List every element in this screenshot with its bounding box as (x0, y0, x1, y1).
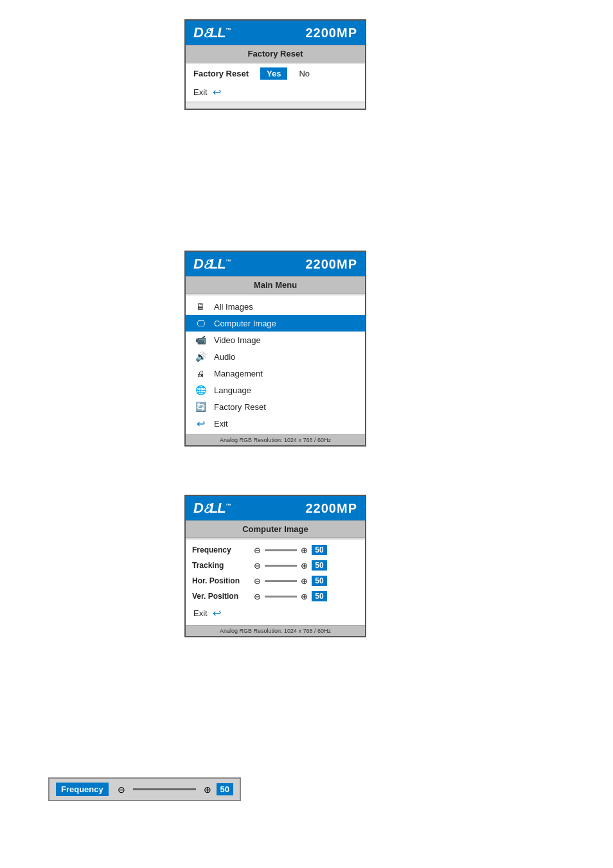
osd2-header: DℰLL™ 2200MP (186, 252, 365, 276)
tracking-row: Tracking ⊖ ⊕ 50 (186, 558, 365, 573)
language-icon: 🌐 (193, 384, 208, 396)
frequency-minus-icon[interactable]: ⊖ (254, 545, 261, 555)
osd1-title: Factory Reset (186, 45, 365, 62)
video-image-label: Video Image (214, 335, 261, 345)
freq-standalone-value: 50 (217, 783, 233, 795)
language-label: Language (214, 385, 251, 395)
osd1-model: 2200MP (306, 26, 358, 40)
tracking-label: Tracking (192, 561, 250, 570)
frequency-row: Frequency ⊖ ⊕ 50 (186, 542, 365, 558)
osd3-menu: Frequency ⊖ ⊕ 50 Tracking ⊖ ⊕ 50 Hor. Po… (186, 540, 365, 625)
frequency-label: Frequency (192, 545, 250, 554)
ver-plus-icon[interactable]: ⊕ (301, 592, 308, 601)
menu-item-all-images[interactable]: 🖥 All Images (186, 298, 365, 315)
menu-item-video-image[interactable]: 📹 Video Image (186, 332, 365, 348)
osd-computer-image: DℰLL™ 2200MP Computer Image Frequency ⊖ … (184, 495, 366, 637)
osd3-title: Computer Image (186, 520, 365, 538)
osd3-footer: Analog RGB Resolution: 1024 x 768 / 60Hz (186, 625, 365, 636)
osd2-title: Main Menu (186, 276, 365, 294)
all-images-label: All Images (214, 302, 253, 312)
all-images-icon: 🖥 (193, 301, 208, 312)
osd1-bottom-bar (186, 103, 365, 109)
hor-position-label: Hor. Position (192, 576, 250, 585)
freq-standalone-plus-icon[interactable]: ⊕ (204, 784, 211, 795)
hor-plus-icon[interactable]: ⊕ (301, 576, 308, 586)
management-label: Management (214, 369, 263, 378)
factory-reset-yes[interactable]: Yes (260, 67, 287, 80)
exit-label[interactable]: Exit (193, 87, 208, 97)
frequency-bar-standalone: Frequency ⊖ ⊕ 50 (48, 777, 241, 801)
freq-standalone-label: Frequency (56, 783, 109, 796)
frequency-value: 50 (312, 545, 327, 555)
osd2-menu: 🖥 All Images 🖵 Computer Image 📹 Video Im… (186, 296, 365, 434)
audio-label: Audio (214, 352, 235, 362)
osd3-model: 2200MP (306, 501, 358, 516)
osd3-exit-row[interactable]: Exit ↩ (186, 604, 365, 623)
menu-item-audio[interactable]: 🔊 Audio (186, 348, 365, 365)
tracking-plus-icon[interactable]: ⊕ (301, 561, 308, 571)
osd3-exit-icon: ↩ (213, 607, 221, 619)
audio-icon: 🔊 (193, 351, 208, 362)
ver-value: 50 (312, 591, 327, 601)
computer-image-icon: 🖵 (193, 317, 208, 329)
menu-item-computer-image[interactable]: 🖵 Computer Image (186, 315, 365, 332)
exit-arrow-icon: ↩ (193, 418, 208, 429)
exit-icon: ↩ (213, 86, 221, 98)
frequency-plus-icon[interactable]: ⊕ (301, 545, 308, 555)
video-image-icon: 📹 (193, 334, 208, 346)
factory-reset-label: Factory Reset (193, 69, 249, 78)
osd3-header: DℰLL™ 2200MP (186, 496, 365, 520)
factory-reset-icon: 🔄 (193, 401, 208, 412)
hor-value: 50 (312, 576, 327, 586)
freq-standalone-track (133, 788, 196, 790)
ver-minus-icon[interactable]: ⊖ (254, 592, 261, 601)
osd1-header: DℰLL™ 2200MP (186, 21, 365, 45)
tracking-value: 50 (312, 560, 327, 571)
osd3-exit-label: Exit (193, 608, 208, 618)
osd-factory-reset: DℰLL™ 2200MP Factory Reset Factory Reset… (184, 19, 366, 110)
management-icon: 🖨 (193, 368, 208, 379)
menu-item-factory-reset[interactable]: 🔄 Factory Reset (186, 398, 365, 415)
dell-logo-3: DℰLL™ (193, 500, 231, 517)
ver-position-label: Ver. Position (192, 592, 250, 601)
osd1-exit-row: Exit ↩ (186, 83, 365, 102)
osd2-model: 2200MP (306, 257, 358, 272)
dell-logo: DℰLL™ (193, 24, 231, 41)
osd2-footer: Analog RGB Resolution: 1024 x 768 / 60Hz (186, 434, 365, 445)
menu-item-management[interactable]: 🖨 Management (186, 365, 365, 382)
tracking-minus-icon[interactable]: ⊖ (254, 561, 261, 571)
ver-position-row: Ver. Position ⊖ ⊕ 50 (186, 589, 365, 604)
menu-item-language[interactable]: 🌐 Language (186, 382, 365, 398)
hor-minus-icon[interactable]: ⊖ (254, 576, 261, 586)
dell-logo-2: DℰLL™ (193, 256, 231, 272)
freq-standalone-minus-icon[interactable]: ⊖ (118, 784, 125, 795)
menu-item-exit[interactable]: ↩ Exit (186, 415, 365, 432)
hor-position-row: Hor. Position ⊖ ⊕ 50 (186, 573, 365, 589)
computer-image-label: Computer Image (214, 319, 276, 328)
osd-main-menu: DℰLL™ 2200MP Main Menu 🖥 All Images 🖵 Co… (184, 251, 366, 447)
factory-reset-no[interactable]: No (299, 69, 310, 78)
exit-menu-label: Exit (214, 419, 228, 429)
factory-reset-row: Factory Reset Yes No (186, 64, 365, 83)
factory-reset-menu-label: Factory Reset (214, 402, 266, 412)
